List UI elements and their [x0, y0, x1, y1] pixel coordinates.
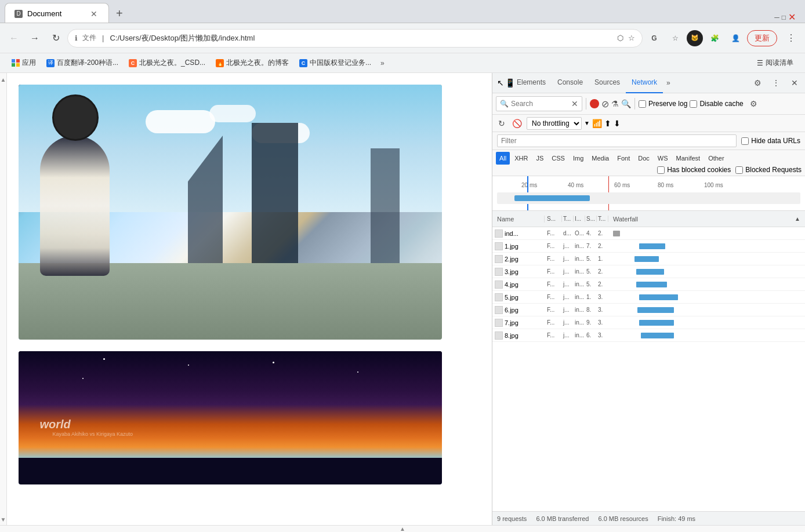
- bookmarks-more-button[interactable]: »: [377, 57, 388, 70]
- filter-ws-button[interactable]: WS: [654, 152, 672, 165]
- disable-cache-input[interactable]: [690, 100, 697, 108]
- devtools-close-button[interactable]: ✕: [786, 75, 803, 91]
- filter-doc-button[interactable]: Doc: [634, 152, 653, 165]
- bookmark-blog[interactable]: 🔥 北极光之夜。的博客: [211, 56, 293, 70]
- header-status[interactable]: S...: [545, 216, 562, 222]
- throttle-select[interactable]: No throttling: [527, 117, 582, 130]
- network-row[interactable]: 3.jpg F... j... in... 5. 2.: [492, 265, 805, 278]
- waterfall-bar-6: [637, 307, 674, 313]
- network-row[interactable]: 2.jpg F... j... in... 5. 1.: [492, 253, 805, 265]
- clear-button[interactable]: 🚫: [510, 118, 524, 129]
- filter-media-button[interactable]: Media: [588, 152, 612, 165]
- header-size[interactable]: S...: [585, 216, 597, 222]
- refresh-button[interactable]: ↻: [496, 118, 507, 129]
- network-row[interactable]: 4.jpg F... j... in... 5. 2.: [492, 278, 805, 291]
- bookmark-icon[interactable]: ☆: [628, 34, 635, 42]
- devtools-menu-button[interactable]: ⋮: [768, 75, 784, 91]
- tab-sources[interactable]: Sources: [589, 73, 626, 93]
- hide-data-urls-checkbox[interactable]: Hide data URLs: [741, 137, 800, 145]
- close-window-icon[interactable]: ✕: [788, 12, 796, 23]
- header-initiator[interactable]: I...: [574, 216, 585, 222]
- has-blocked-cookies-label[interactable]: Has blocked cookies: [657, 166, 731, 174]
- filter-row: Hide data URLs: [492, 132, 805, 150]
- header-type[interactable]: T...: [562, 216, 574, 222]
- bottom-scroll-bar[interactable]: ▲: [0, 525, 805, 532]
- filter-input[interactable]: [497, 134, 737, 147]
- devtools-settings-button[interactable]: ⚙: [749, 75, 766, 91]
- preserve-log-input[interactable]: [639, 100, 646, 108]
- hide-data-urls-input[interactable]: [741, 137, 749, 145]
- blocked-requests-label[interactable]: Blocked Requests: [735, 166, 802, 174]
- inspect-icon[interactable]: ↖: [497, 78, 504, 88]
- blocked-requests-input[interactable]: [735, 166, 743, 174]
- filter-other-button[interactable]: Other: [705, 152, 728, 165]
- maximize-icon[interactable]: □: [782, 13, 786, 21]
- search-box[interactable]: 🔍 ✕: [496, 96, 582, 111]
- menu-icon[interactable]: ⋮: [782, 29, 800, 48]
- page-inner: world Kayaba Akihiko vs Kirigaya Kazuto: [7, 73, 492, 496]
- back-button[interactable]: ←: [5, 29, 23, 48]
- reload-button[interactable]: ↻: [46, 29, 65, 48]
- filter-icon[interactable]: ⚗: [611, 99, 619, 108]
- search-clear-button[interactable]: ✕: [571, 99, 578, 108]
- devtools-more-tabs[interactable]: »: [663, 76, 674, 89]
- tab-close-button[interactable]: ✕: [89, 9, 99, 19]
- translate-toolbar-icon[interactable]: G: [645, 29, 663, 48]
- network-row[interactable]: 7.jpg F... j... in... 9. 3.: [492, 316, 805, 329]
- profile-icon[interactable]: 👤: [726, 29, 745, 48]
- preserve-log-checkbox[interactable]: Preserve log: [639, 100, 687, 108]
- scroll-up-icon[interactable]: ▲: [1, 76, 6, 83]
- header-time[interactable]: T...: [597, 216, 608, 222]
- minimize-icon[interactable]: ─: [774, 13, 779, 21]
- search-input[interactable]: [511, 100, 569, 108]
- bookmark-copyright[interactable]: C 中国版权登记业务...: [295, 56, 376, 70]
- forward-button[interactable]: →: [26, 29, 44, 48]
- scroll-down-icon[interactable]: ▼: [1, 516, 6, 523]
- header-waterfall[interactable]: Waterfall ▲: [608, 216, 805, 223]
- network-row[interactable]: 1.jpg F... j... in... 7. 2.: [492, 240, 805, 253]
- extension1-icon[interactable]: 🐱: [687, 30, 703, 46]
- network-row[interactable]: 6.jpg F... j... in... 8. 3.: [492, 304, 805, 316]
- disable-cache-checkbox[interactable]: Disable cache: [690, 100, 743, 108]
- filter-all-button[interactable]: All: [496, 152, 510, 165]
- filter-manifest-button[interactable]: Manifest: [673, 152, 704, 165]
- waterfall-bar-2: [634, 256, 659, 262]
- cell-name-7: 7.jpg: [492, 319, 545, 327]
- bookmark-baidu[interactable]: 译 百度翻译-200种语...: [42, 56, 123, 70]
- update-button[interactable]: 更新: [747, 30, 777, 46]
- search-network-icon[interactable]: 🔍: [621, 99, 631, 108]
- reading-list-button[interactable]: ☰ 阅读清单: [752, 56, 798, 70]
- network-settings-button[interactable]: ⚙: [746, 96, 762, 112]
- extension2-icon[interactable]: 🧩: [705, 29, 724, 48]
- new-tab-button[interactable]: +: [111, 5, 128, 23]
- cell-initiator-3: in...: [574, 268, 585, 275]
- cell-type-0: d...: [562, 230, 574, 236]
- translate-icon[interactable]: ⬡: [617, 34, 623, 42]
- network-table[interactable]: ind... F... d... O... 4. 2. 1.jpg F... j…: [492, 227, 805, 511]
- tab-network[interactable]: Network: [626, 73, 663, 93]
- tab-elements[interactable]: Elements: [511, 73, 552, 93]
- bookmark-apps[interactable]: 应用: [7, 56, 41, 70]
- download-icon[interactable]: ⬇: [614, 119, 621, 128]
- url-bar[interactable]: ℹ 文件 | C:/Users/夜/Desktop/图片懒加载/index.ht…: [67, 29, 643, 48]
- browser-tab[interactable]: D Document ✕: [5, 3, 109, 23]
- filter-js-button[interactable]: JS: [532, 152, 547, 165]
- network-row[interactable]: ind... F... d... O... 4. 2.: [492, 227, 805, 240]
- throttle-expand-icon[interactable]: ▼: [584, 120, 590, 126]
- blog-label: 北极光之夜。的博客: [226, 58, 289, 68]
- timeline-tick-80: 80 ms: [658, 182, 673, 188]
- filter-css-button[interactable]: CSS: [548, 152, 568, 165]
- has-blocked-cookies-input[interactable]: [657, 166, 665, 174]
- tab-console[interactable]: Console: [552, 73, 589, 93]
- header-name[interactable]: Name: [492, 216, 545, 223]
- network-row[interactable]: 8.jpg F... j... in... 6. 3.: [492, 329, 805, 342]
- filter-xhr-button[interactable]: XHR: [511, 152, 531, 165]
- stop-recording-button[interactable]: ⊘: [601, 99, 609, 110]
- upload-icon[interactable]: ⬆: [604, 119, 611, 128]
- network-row[interactable]: 5.jpg F... j... in... 1. 3.: [492, 291, 805, 304]
- record-button[interactable]: [590, 99, 599, 108]
- filter-img-button[interactable]: Img: [570, 152, 587, 165]
- filter-font-button[interactable]: Font: [614, 152, 633, 165]
- bookmark-csdn1[interactable]: C 北极光之夜。_CSD...: [124, 56, 210, 70]
- star-icon[interactable]: ☆: [666, 29, 684, 48]
